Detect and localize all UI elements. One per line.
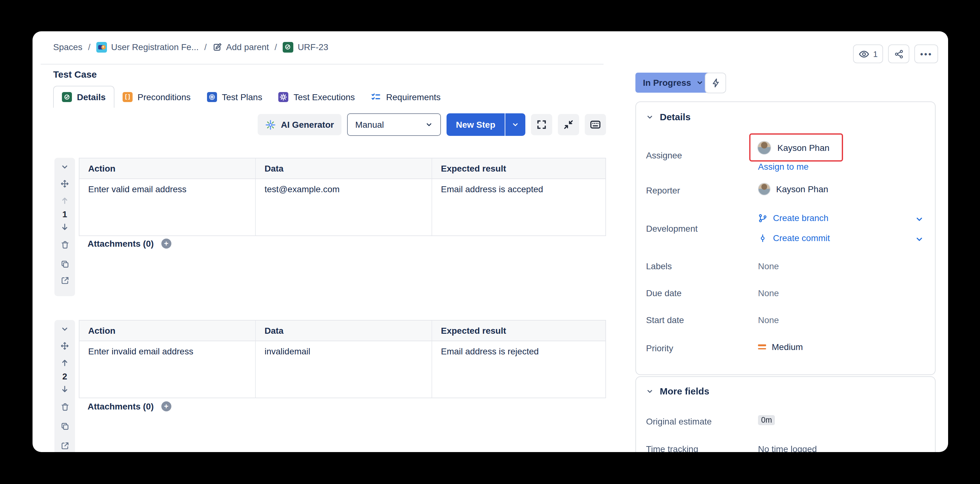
- step-2-action-cell[interactable]: Enter invalid email address: [80, 341, 256, 398]
- ellipsis-icon: •••: [920, 50, 932, 58]
- priority-value: Medium: [772, 342, 803, 352]
- create-commit-chevron[interactable]: [915, 235, 924, 244]
- automation-button[interactable]: [705, 73, 726, 93]
- time-tracking-value[interactable]: No time logged: [758, 444, 817, 452]
- new-step-dropdown-button[interactable]: [505, 113, 525, 136]
- step-2-drag-handle[interactable]: [54, 341, 75, 351]
- step-1-drag-handle[interactable]: [54, 179, 75, 188]
- preconditions-tab-icon: [ ]: [123, 92, 133, 102]
- keyboard-icon: [590, 119, 601, 130]
- breadcrumb-parent-item[interactable]: + User Registration Fe...: [96, 42, 199, 52]
- step-1-number: 1: [54, 209, 75, 219]
- tab-test-executions[interactable]: Test Executions: [270, 86, 363, 108]
- create-branch-link[interactable]: Create branch: [773, 213, 828, 223]
- priority-label: Priority: [646, 343, 752, 353]
- add-parent-label: Add parent: [226, 42, 269, 52]
- breadcrumb-issue-key[interactable]: URF-23: [283, 42, 328, 52]
- step-2-collapse-icon[interactable]: [54, 325, 75, 333]
- step-2-open-button[interactable]: [54, 441, 75, 450]
- test-plans-tab-icon: [207, 92, 217, 102]
- assign-to-me-link[interactable]: Assign to me: [758, 161, 809, 172]
- breadcrumb-add-parent[interactable]: Add parent: [212, 42, 269, 52]
- step-1-data-cell[interactable]: test@example.com: [256, 179, 432, 235]
- assignee-avatar[interactable]: [757, 141, 771, 154]
- step-2-attachments-label: Attachments (0): [88, 401, 154, 411]
- tab-test-plans[interactable]: Test Plans: [199, 86, 270, 108]
- more-actions-button[interactable]: •••: [915, 45, 938, 63]
- status-dropdown-button[interactable]: In Progress: [635, 73, 711, 93]
- watch-button[interactable]: 1: [853, 45, 883, 63]
- step-2-row: Enter invalid email address invalidemail…: [80, 341, 605, 398]
- step-1-move-down-button[interactable]: [54, 223, 75, 231]
- more-fields-panel: More fields Original estimate 0m Time tr…: [635, 376, 935, 452]
- header-divider: [41, 64, 603, 64]
- reporter-value: Kayson Phan: [776, 184, 828, 194]
- reporter-label: Reporter: [646, 185, 752, 195]
- step-2-add-attachment-button[interactable]: +: [161, 401, 171, 411]
- original-estimate-label: Original estimate: [646, 416, 752, 426]
- fullscreen-icon: [536, 120, 547, 129]
- step-2-move-down-button[interactable]: [54, 385, 75, 393]
- ai-generator-button[interactable]: AI Generator: [258, 114, 342, 135]
- tab-requirements[interactable]: Requirements: [363, 86, 449, 108]
- collapse-icon: [563, 120, 573, 129]
- feature-icon: +: [96, 42, 107, 52]
- step-1-action-cell[interactable]: Enter valid email address: [80, 179, 256, 235]
- due-date-value[interactable]: None: [758, 288, 779, 298]
- share-button[interactable]: [888, 45, 910, 63]
- issue-key-label: URF-23: [298, 42, 328, 52]
- screen: Spaces / + User Registration Fe... / Add…: [0, 0, 980, 484]
- step-2-expected-cell[interactable]: Email address is rejected: [432, 341, 605, 398]
- details-panel-title: Details: [660, 112, 690, 122]
- due-date-label: Due date: [646, 288, 752, 298]
- details-panel-header[interactable]: Details: [646, 112, 690, 122]
- tab-preconditions-label: Preconditions: [138, 92, 191, 102]
- assignee-label: Assignee: [646, 150, 752, 160]
- breadcrumb-spaces[interactable]: Spaces: [53, 42, 82, 52]
- step-2-attachments: Attachments (0) +: [88, 401, 171, 411]
- step-type-select[interactable]: Manual: [347, 113, 441, 136]
- test-case-icon: [283, 42, 293, 52]
- step-1-delete-button[interactable]: [54, 240, 75, 249]
- reporter-value-row[interactable]: Kayson Phan: [758, 183, 828, 195]
- step-2-table-header: Action Data Expected result: [80, 321, 605, 341]
- step-1-move-up-button[interactable]: [54, 196, 75, 205]
- tab-test-executions-label: Test Executions: [294, 92, 355, 102]
- app-window: Spaces / + User Registration Fe... / Add…: [32, 31, 948, 452]
- create-branch-chevron[interactable]: [915, 215, 924, 224]
- step-1-collapse-icon[interactable]: [54, 163, 75, 171]
- original-estimate-badge: 0m: [758, 415, 775, 425]
- step-2-delete-button[interactable]: [54, 403, 75, 411]
- breadcrumb-separator: /: [88, 42, 91, 52]
- more-fields-panel-header[interactable]: More fields: [646, 386, 709, 396]
- assign-to-me-row: Assign to me: [758, 161, 809, 172]
- original-estimate-row[interactable]: 0m: [758, 415, 775, 425]
- step-2-move-up-button[interactable]: [54, 359, 75, 367]
- create-commit-link[interactable]: Create commit: [773, 233, 830, 243]
- step-2-clone-button[interactable]: [54, 422, 75, 431]
- collapse-button[interactable]: [558, 114, 579, 135]
- tab-preconditions[interactable]: [ ] Preconditions: [115, 86, 199, 108]
- step-2-data-cell[interactable]: invalidemail: [256, 341, 432, 398]
- start-date-value[interactable]: None: [758, 315, 779, 325]
- fullscreen-button[interactable]: [531, 114, 552, 135]
- keyboard-shortcuts-button[interactable]: [585, 114, 606, 135]
- tab-details[interactable]: Details: [53, 86, 115, 108]
- priority-medium-icon: [758, 344, 766, 349]
- status-label: In Progress: [643, 78, 691, 88]
- step-1-rail: 1: [54, 158, 75, 296]
- step-1-open-button[interactable]: [54, 276, 75, 285]
- labels-value[interactable]: None: [758, 261, 779, 271]
- reporter-avatar: [758, 183, 770, 195]
- chevron-down-icon: [646, 387, 654, 395]
- share-icon: [894, 49, 904, 59]
- step-1-attachments: Attachments (0) +: [88, 238, 171, 249]
- assignee-value[interactable]: Kayson Phan: [777, 142, 830, 152]
- step-1-clone-button[interactable]: [54, 260, 75, 268]
- step-type-value: Manual: [355, 120, 384, 129]
- start-date-label: Start date: [646, 315, 752, 325]
- priority-value-row[interactable]: Medium: [758, 342, 803, 352]
- step-1-add-attachment-button[interactable]: +: [161, 238, 171, 249]
- new-step-button[interactable]: New Step: [447, 113, 505, 136]
- step-1-expected-cell[interactable]: Email address is accepted: [432, 179, 605, 235]
